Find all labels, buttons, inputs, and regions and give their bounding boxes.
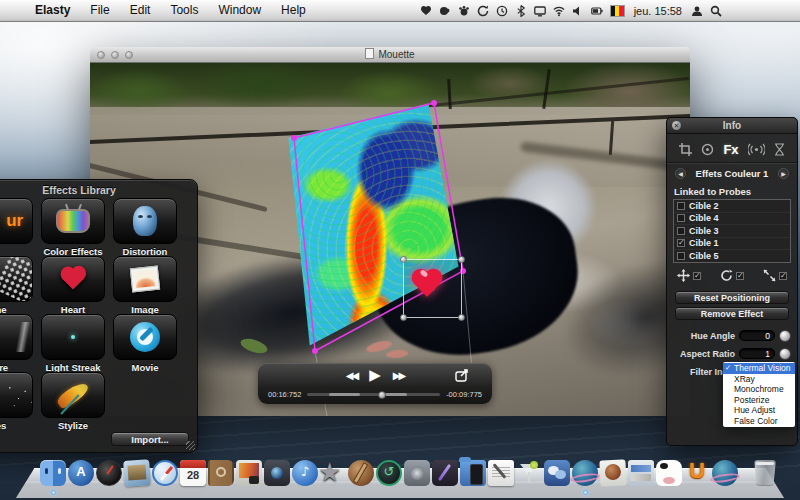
effect-cell-distortion[interactable]: Distortion (113, 198, 177, 256)
effect-cell-es[interactable]: es (0, 372, 33, 430)
effect-cell-blur[interactable]: ur (0, 198, 33, 256)
rewind-button[interactable]: ◀◀ (346, 370, 357, 381)
dock-devices-icon[interactable] (460, 460, 486, 486)
dock-imovie-icon[interactable] (320, 460, 346, 486)
rotate-checkbox[interactable]: ✓ (736, 272, 744, 280)
volume-icon[interactable] (572, 5, 584, 17)
crop-tool-icon[interactable] (679, 143, 692, 156)
color-effects-thumbnail[interactable] (41, 198, 105, 244)
dock-textedit-icon[interactable] (488, 460, 514, 486)
hue-angle-knob[interactable] (779, 330, 791, 342)
dock-garageband-icon[interactable] (348, 460, 374, 486)
blur-thumbnail[interactable]: ur (0, 198, 33, 244)
play-button[interactable]: ▶ (369, 366, 381, 384)
dock-globe-icon[interactable] (572, 460, 598, 486)
dock-safari-icon[interactable] (152, 460, 178, 486)
effect-cell-ne[interactable]: ne (0, 256, 33, 314)
effect-cell-color-effects[interactable]: Color Effects (41, 198, 105, 256)
stylize-thumbnail[interactable] (41, 372, 105, 418)
spotlight-icon[interactable] (710, 5, 722, 17)
filter-option-monochrome[interactable]: Monochrome (723, 384, 795, 395)
halftone-thumbnail[interactable] (0, 256, 33, 302)
probe-row[interactable]: Cible 3 (674, 225, 790, 238)
menu-edit[interactable]: Edit (120, 0, 161, 21)
menu-clock[interactable]: jeu. 15:58 (634, 5, 682, 17)
image-thumbnail[interactable] (113, 256, 177, 302)
aspect-ratio-knob[interactable] (779, 348, 791, 360)
effect-cell-movie[interactable]: Movie (113, 314, 177, 372)
wifi-icon[interactable] (553, 5, 565, 17)
filter-option-false-color[interactable]: False Color (723, 416, 795, 427)
sync-icon[interactable] (477, 5, 489, 17)
info-panel-titlebar[interactable]: ✕ Info (667, 118, 797, 134)
dock-ink-icon[interactable] (432, 460, 458, 486)
dock-magnet-icon[interactable] (684, 460, 710, 486)
dock-finder-icon[interactable] (40, 460, 66, 486)
heart-effect[interactable] (418, 275, 436, 293)
display-icon[interactable] (534, 5, 546, 17)
effect-cell-light-streak[interactable]: Light Streak (41, 314, 105, 372)
dock-dashboard-icon[interactable] (96, 460, 122, 486)
move-toggle[interactable]: ✓ (677, 269, 701, 284)
probe-checkbox[interactable] (677, 227, 685, 235)
next-effect-button[interactable]: ▶ (778, 168, 789, 179)
remove-effect-button[interactable]: Remove Effect (675, 307, 789, 320)
probe-checkbox[interactable] (677, 214, 685, 222)
dock-photo-booth-icon[interactable] (264, 460, 290, 486)
timeline-scrubber[interactable] (307, 393, 440, 396)
dock-itunes-icon[interactable] (292, 460, 318, 486)
resize-handle[interactable] (458, 314, 465, 321)
menu-extra-2-icon[interactable] (439, 5, 451, 17)
scale-checkbox[interactable]: ✓ (779, 272, 787, 280)
video-window-titlebar[interactable]: Mouette (90, 47, 690, 63)
battery-icon[interactable] (591, 5, 603, 17)
filter-option-thermal-vision[interactable]: Thermal Vision (723, 363, 795, 374)
import-button[interactable]: Import... (111, 432, 189, 446)
share-icon[interactable] (455, 368, 470, 386)
user-icon[interactable] (691, 5, 703, 17)
forward-button[interactable]: ▶▶ (393, 370, 404, 381)
dock-globe-2-icon[interactable] (712, 460, 738, 486)
dock-calendar-icon[interactable]: 28 (180, 460, 206, 486)
dock-time-machine-icon[interactable] (376, 460, 402, 486)
dock-wallet-icon[interactable] (628, 460, 654, 486)
prev-effect-button[interactable]: ◀ (675, 168, 686, 179)
dock-contacts-icon[interactable] (208, 460, 234, 486)
dock-app-store-icon[interactable] (68, 460, 94, 486)
menu-extra-1-icon[interactable] (420, 5, 432, 17)
aspect-ratio-field[interactable]: 1 (739, 348, 775, 359)
dock-ichat-icon[interactable] (544, 460, 570, 486)
resize-handle[interactable] (400, 314, 407, 321)
effect-cell-heart[interactable]: Heart (41, 256, 105, 314)
fx-tool-icon[interactable]: Fx (723, 142, 738, 157)
dock-cocktail-icon[interactable] (516, 460, 542, 486)
playhead[interactable] (378, 391, 386, 399)
recent-items-icon[interactable] (496, 5, 508, 17)
probe-row[interactable]: ✓Cible 1 (674, 238, 790, 251)
resize-handle[interactable] (400, 256, 407, 263)
menu-tools[interactable]: Tools (160, 0, 208, 21)
probe-checkbox[interactable] (677, 252, 685, 260)
keyboard-flag-icon[interactable] (610, 5, 625, 17)
menu-help[interactable]: Help (271, 0, 316, 21)
effect-cell-image[interactable]: Image (113, 256, 177, 314)
effect-cell-stylize[interactable]: Stylize (41, 372, 105, 430)
probe-tool-icon[interactable] (701, 143, 714, 156)
probe-row[interactable]: Cible 5 (674, 250, 790, 262)
resize-grip[interactable] (186, 441, 195, 450)
menu-file[interactable]: File (80, 0, 119, 21)
menu-elasty[interactable]: Elasty (25, 0, 80, 21)
menu-extra-3-icon[interactable] (458, 5, 470, 17)
dock-cow-icon[interactable] (656, 460, 682, 486)
particles-thumbnail[interactable] (0, 372, 33, 418)
reset-positioning-button[interactable]: Reset Positioning (675, 291, 789, 304)
motion-tool-icon[interactable] (748, 143, 765, 156)
menu-window[interactable]: Window (208, 0, 271, 21)
dock-trash-icon[interactable] (754, 460, 776, 486)
filter-option-hue-adjust[interactable]: Hue Adjust (723, 405, 795, 416)
probe-checkbox[interactable]: ✓ (677, 239, 685, 247)
distortion-thumbnail[interactable] (113, 198, 177, 244)
probe-row[interactable]: Cible 2 (674, 200, 790, 213)
rotate-toggle[interactable]: ✓ (720, 269, 744, 284)
effect-cell-are[interactable]: are (0, 314, 33, 372)
